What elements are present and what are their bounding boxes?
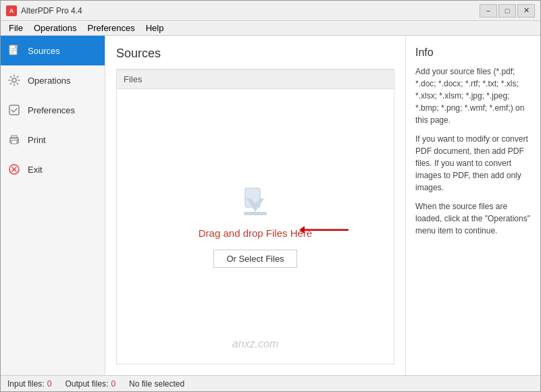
watermark: anxz.com: [232, 338, 278, 350]
sidebar-operations-label: Operations: [28, 76, 71, 86]
menu-preferences[interactable]: Preferences: [82, 22, 140, 34]
drop-icon: [238, 185, 272, 221]
app-title: AlterPDF Pro 4.4: [21, 6, 480, 16]
file-icon: [7, 44, 21, 57]
window-controls: − □ ✕: [480, 4, 535, 18]
app-icon: A: [6, 5, 17, 16]
svg-point-10: [17, 139, 18, 140]
sidebar-sources-label: Sources: [28, 46, 60, 56]
select-files-button[interactable]: Or Select Files: [213, 250, 297, 268]
title-bar: A AlterPDF Pro 4.4 − □ ✕: [1, 1, 540, 21]
status-bar: Input files: 0 Output files: 0 No file s…: [1, 375, 540, 391]
sidebar-print-label: Print: [28, 135, 46, 145]
check-icon: [7, 103, 21, 117]
input-files-count: 0: [47, 379, 52, 389]
svg-rect-1: [15, 45, 18, 48]
content-area: Sources Files Drag and drop Files Here O…: [105, 36, 405, 375]
status-text: No file selected: [129, 379, 184, 389]
sidebar-item-preferences[interactable]: Preferences: [1, 95, 105, 125]
sidebar-item-print[interactable]: Print: [1, 125, 105, 155]
print-icon: [7, 133, 21, 146]
sidebar-item-exit[interactable]: Exit: [1, 155, 105, 184]
close-button[interactable]: ✕: [517, 4, 535, 18]
sidebar-item-operations[interactable]: Operations: [1, 65, 105, 95]
svg-rect-8: [11, 140, 17, 144]
output-files-count: 0: [111, 379, 115, 389]
sidebar-preferences-label: Preferences: [28, 105, 75, 115]
files-header: Files: [116, 69, 394, 89]
drop-zone[interactable]: Drag and drop Files Here Or Select Files…: [116, 89, 394, 364]
info-para-2: If you want to modify or convert PDF doc…: [415, 133, 531, 194]
info-panel: Info Add your source files (*.pdf; *.doc…: [405, 36, 540, 375]
menu-bar: File Operations Preferences Help: [1, 21, 540, 36]
info-para-3: When the source files are loaded, click …: [415, 200, 531, 237]
svg-rect-16: [244, 212, 267, 215]
maximize-button[interactable]: □: [498, 4, 516, 18]
arrow-container: [299, 220, 353, 242]
output-files-label: Output files:: [65, 379, 108, 389]
sidebar-exit-label: Exit: [28, 165, 43, 175]
drop-text: Drag and drop Files Here: [199, 227, 312, 239]
sidebar: Sources Operations Preferences: [1, 36, 105, 375]
input-files-label: Input files:: [7, 379, 45, 389]
menu-operations[interactable]: Operations: [28, 22, 82, 34]
gear-icon: [7, 74, 21, 87]
menu-help[interactable]: Help: [140, 22, 170, 34]
svg-marker-17: [299, 226, 305, 233]
exit-icon: [7, 163, 21, 176]
info-para-1: Add your source files (*.pdf; *.doc; *.d…: [415, 65, 531, 126]
info-title: Info: [415, 47, 531, 59]
minimize-button[interactable]: −: [480, 4, 497, 18]
menu-file[interactable]: File: [3, 22, 28, 34]
svg-rect-6: [9, 105, 19, 115]
content-title: Sources: [116, 47, 394, 61]
sidebar-item-sources[interactable]: Sources: [1, 36, 105, 65]
main-container: Sources Operations Preferences: [1, 36, 540, 375]
svg-point-5: [12, 78, 16, 82]
